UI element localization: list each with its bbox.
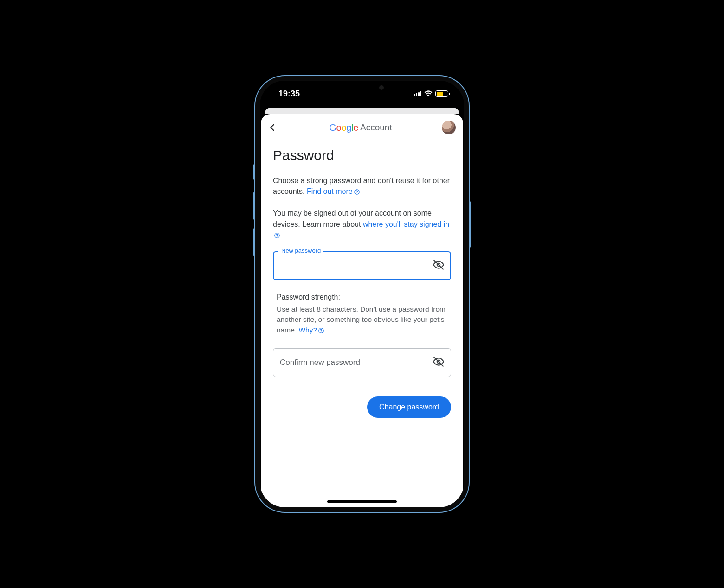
intro-paragraph-2: You may be signed out of your account on…: [273, 208, 451, 240]
app-card: Google Account Password Choose a strong …: [261, 114, 463, 507]
notch: [327, 81, 397, 96]
toggle-visibility-confirm[interactable]: [433, 356, 445, 370]
help-icon: [274, 232, 280, 239]
new-password-field-wrap: New password: [273, 251, 451, 280]
phone-screen: 19:35 Google Account: [260, 81, 464, 507]
cellular-signal-icon: [414, 91, 422, 96]
background-card-edge: [265, 108, 459, 114]
header-account-word: Account: [360, 122, 392, 133]
app-header: Google Account: [261, 114, 463, 139]
phone-frame: 19:35 Google Account: [255, 76, 469, 512]
svg-point-7: [321, 332, 322, 332]
battery-icon: [435, 90, 448, 97]
svg-point-3: [277, 236, 278, 237]
status-right: [414, 89, 449, 99]
confirm-password-input[interactable]: [273, 348, 451, 377]
intro-text-1: Choose a strong password and don't reuse…: [273, 177, 450, 195]
intro-paragraph-1: Choose a strong password and don't reuse…: [273, 175, 451, 197]
wifi-icon: [424, 89, 433, 99]
page-title: Password: [273, 147, 451, 163]
help-icon: [354, 189, 360, 195]
silence-switch: [253, 164, 255, 180]
svg-point-1: [356, 193, 357, 193]
new-password-label: New password: [278, 247, 323, 254]
change-password-button[interactable]: Change password: [367, 396, 451, 418]
strength-title: Password strength:: [277, 293, 447, 301]
home-indicator[interactable]: [327, 500, 397, 503]
strength-text: Use at least 8 characters. Don't use a p…: [277, 304, 447, 335]
help-icon: [318, 327, 324, 334]
status-time: 19:35: [278, 89, 300, 99]
back-button[interactable]: [267, 122, 279, 133]
find-out-more-link[interactable]: Find out more: [307, 187, 360, 195]
password-strength-block: Password strength: Use at least 8 charac…: [273, 293, 451, 335]
confirm-password-field-wrap: [273, 348, 451, 377]
volume-down-button: [253, 228, 255, 256]
power-button: [469, 201, 471, 248]
action-row: Change password: [273, 396, 451, 418]
header-title: Google Account: [279, 122, 442, 133]
volume-up-button: [253, 192, 255, 220]
toggle-visibility-new[interactable]: [433, 259, 445, 273]
content-area: Password Choose a strong password and do…: [261, 139, 463, 418]
google-logo: Google: [329, 122, 358, 133]
avatar[interactable]: [442, 121, 456, 134]
why-link[interactable]: Why?: [298, 326, 324, 334]
new-password-input[interactable]: [273, 251, 451, 280]
